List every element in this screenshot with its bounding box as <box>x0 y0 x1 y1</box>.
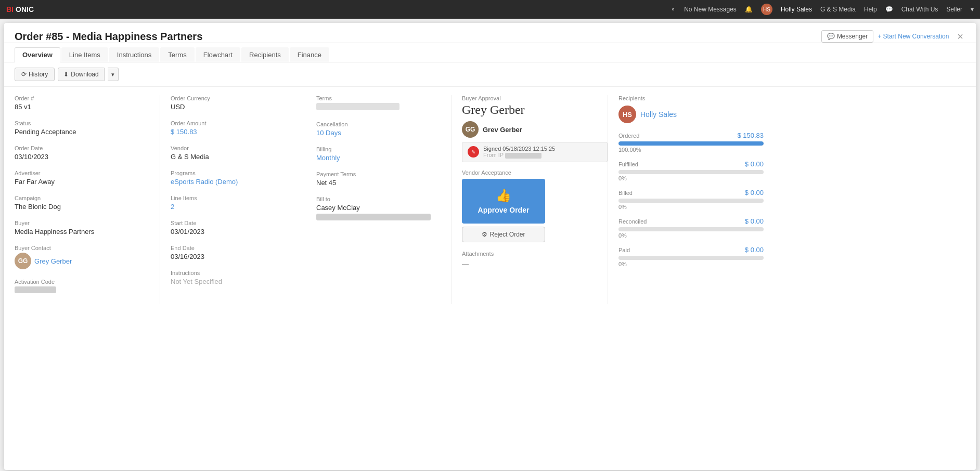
modal-title: Order #85 - Media Happiness Partners <box>15 31 815 43</box>
recipients-col: Recipients HS Holly Sales Ordered $ 150.… <box>608 95 764 304</box>
reject-order-label: Reject Order <box>489 231 525 238</box>
fulfilled-amount: $ 0.00 <box>745 160 764 168</box>
paid-label: Paid <box>618 247 630 253</box>
signed-date: Signed 05/18/2023 12:15:25 <box>483 146 555 152</box>
order-date-field: Order Date 03/10/2023 <box>15 145 154 161</box>
tab-instructions[interactable]: Instructions <box>109 47 159 62</box>
signature-area: Grey Gerber <box>462 103 608 117</box>
download-dropdown-button[interactable]: ▾ <box>108 68 119 81</box>
paid-progress-bg <box>618 256 764 260</box>
signed-ip-blurred: From IP <box>483 152 555 159</box>
stat-fulfilled: Fulfilled $ 0.00 0% <box>618 160 764 181</box>
terms-label: Terms <box>316 95 446 101</box>
instructions-field: Instructions Not Yet Specified <box>171 270 301 285</box>
vendor-acceptance-label: Vendor Acceptance <box>462 169 608 176</box>
tab-finance[interactable]: Finance <box>290 47 329 62</box>
buyer-contact-avatar: GG <box>15 253 31 269</box>
tab-overview[interactable]: Overview <box>15 47 60 62</box>
tab-recipients[interactable]: Recipients <box>241 47 289 62</box>
download-button[interactable]: ⬇ Download <box>58 68 104 81</box>
order-currency-label: Order Currency <box>171 95 301 101</box>
col1: Order # 85 v1 Status Pending Acceptance … <box>15 95 160 304</box>
top-nav: BIONIC ⚬ No New Messages 🔔 HS Holly Sale… <box>0 0 980 19</box>
history-label: History <box>29 71 48 78</box>
logo-bi: BI <box>6 5 14 14</box>
messenger-label: Messenger <box>837 33 868 40</box>
signature: Grey Gerber <box>462 103 608 117</box>
vendor-label: Vendor <box>171 145 301 151</box>
tab-flowchart[interactable]: Flowchart <box>196 47 240 62</box>
from-ip-label: From IP <box>483 152 505 158</box>
order-date-value: 03/10/2023 <box>15 153 154 161</box>
buyer-label: Buyer <box>15 220 154 226</box>
messages-icon: ⚬ <box>670 6 676 13</box>
history-button[interactable]: ⟳ History <box>15 68 55 81</box>
cancellation-value: 10 Days <box>316 129 446 137</box>
paid-pct: 0% <box>618 261 764 267</box>
tab-line-items[interactable]: Line Items <box>61 47 108 62</box>
company-link[interactable]: G & S Media <box>820 6 856 13</box>
bill-to-label: Bill to <box>316 196 446 202</box>
stat-reconciled: Reconciled $ 0.00 0% <box>618 217 764 239</box>
programs-field: Programs eSports Radio (Demo) <box>171 170 301 186</box>
logo: BIONIC <box>6 5 34 14</box>
download-label: Download <box>71 71 98 78</box>
reconciled-progress-bg <box>618 227 764 231</box>
signed-icon: ✎ <box>468 146 479 158</box>
buyer-value: Media Happiness Partners <box>15 228 154 236</box>
modal-header: Order #85 - Media Happiness Partners 💬 M… <box>4 23 976 43</box>
billing-value: Monthly <box>316 154 446 162</box>
signer-avatar: GG <box>462 121 479 138</box>
approve-order-button[interactable]: 👍 Approve Order <box>462 179 545 224</box>
recipient-name[interactable]: Holly Sales <box>640 110 677 119</box>
reject-order-button[interactable]: ⚙ Reject Order <box>462 227 545 242</box>
bill-to-field: Bill to Casey McClay <box>316 196 446 222</box>
attachments-section: Attachments — <box>462 251 608 268</box>
bill-to-value: Casey McClay <box>316 204 446 212</box>
reconciled-amount: $ 0.00 <box>745 217 764 225</box>
buyer-approval-col: Buyer Approval Grey Gerber GG Grev Gerbe… <box>452 95 608 304</box>
payment-terms-label: Payment Terms <box>316 171 446 177</box>
attachments-label: Attachments <box>462 251 608 257</box>
no-messages-label: No New Messages <box>684 6 737 13</box>
order-amount-value: $ 150.83 <box>171 128 301 136</box>
stats-section: Ordered $ 150.83 100.00% Fulfilled $ 0.0… <box>618 132 764 267</box>
buyer-field: Buyer Media Happiness Partners <box>15 220 154 236</box>
ordered-label: Ordered <box>618 133 639 139</box>
tab-terms[interactable]: Terms <box>160 47 194 62</box>
close-button[interactable]: × <box>955 31 965 42</box>
seller-link[interactable]: Seller <box>946 6 962 13</box>
programs-value[interactable]: eSports Radio (Demo) <box>171 178 301 186</box>
fulfilled-progress-bg <box>618 170 764 174</box>
fulfilled-pct: 0% <box>618 175 764 181</box>
campaign-label: Campaign <box>15 195 154 201</box>
history-icon: ⟳ <box>21 71 27 78</box>
content-area: Order # 85 v1 Status Pending Acceptance … <box>4 87 976 312</box>
attachments-dash: — <box>462 260 608 268</box>
billed-pct: 0% <box>618 204 764 210</box>
ordered-progress-bg <box>618 141 764 146</box>
paid-amount: $ 0.00 <box>745 246 764 254</box>
modal-header-buttons: 💬 Messenger + Start New Conversation <box>821 30 949 43</box>
cancellation-label: Cancellation <box>316 121 446 127</box>
top-nav-right: ⚬ No New Messages 🔔 HS Holly Sales G & S… <box>670 4 974 15</box>
ordered-amount: $ 150.83 <box>737 132 764 139</box>
stat-paid: Paid $ 0.00 0% <box>618 246 764 267</box>
cancellation-field: Cancellation 10 Days <box>316 121 446 137</box>
buyer-contact-value[interactable]: Grey Gerber <box>34 257 72 265</box>
billed-label: Billed <box>618 190 633 196</box>
order-number-value: 85 v1 <box>15 103 154 111</box>
stat-billed: Billed $ 0.00 0% <box>618 189 764 210</box>
start-conversation-button[interactable]: + Start New Conversation <box>878 33 949 40</box>
signed-info-box: ✎ Signed 05/18/2023 12:15:25 From IP <box>462 142 608 162</box>
chat-icon: 💬 <box>885 6 893 13</box>
messenger-button[interactable]: 💬 Messenger <box>821 30 873 43</box>
chat-link[interactable]: Chat With Us <box>901 6 938 13</box>
help-link[interactable]: Help <box>864 6 877 13</box>
advertiser-label: Advertiser <box>15 170 154 176</box>
buyer-contact-field: Buyer Contact GG Grey Gerber <box>15 245 154 269</box>
order-number-label: Order # <box>15 95 154 101</box>
tabs-bar: Overview Line Items Instructions Terms F… <box>4 43 976 62</box>
user-name-link[interactable]: Holly Sales <box>781 6 812 13</box>
line-items-value[interactable]: 2 <box>171 203 301 211</box>
